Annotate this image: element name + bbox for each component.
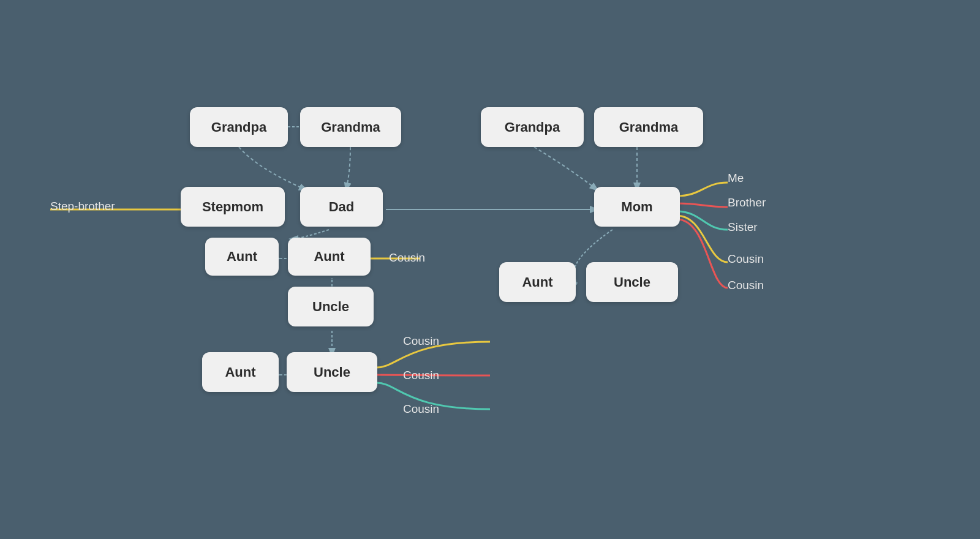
cousin2-uncle2-label: Cousin xyxy=(403,369,439,382)
dad-node: Dad xyxy=(300,187,383,227)
grandpa-left-node: Grandpa xyxy=(190,107,288,147)
uncle-right-node: Uncle xyxy=(586,262,678,302)
aunt1-node: Aunt xyxy=(205,238,279,276)
uncle1-node: Uncle xyxy=(288,287,374,326)
mom-node: Mom xyxy=(594,187,680,227)
grandma-left-node: Grandma xyxy=(300,107,401,147)
cousin-right2-label: Cousin xyxy=(728,279,764,292)
stepmom-node: Stepmom xyxy=(181,187,285,227)
brother-label: Brother xyxy=(728,196,766,209)
cousin1-uncle2-label: Cousin xyxy=(403,334,439,348)
grandpa-right-node: Grandpa xyxy=(481,107,584,147)
me-label: Me xyxy=(728,172,744,185)
sister-label: Sister xyxy=(728,221,758,234)
aunt-right-node: Aunt xyxy=(499,262,576,302)
uncle2-node: Uncle xyxy=(287,352,377,392)
grandma-right-node: Grandma xyxy=(594,107,703,147)
aunt3-node: Aunt xyxy=(202,352,279,392)
aunt2-node: Aunt xyxy=(288,238,371,276)
cousin-aunt2-label: Cousin xyxy=(389,251,425,265)
step-brother-label: Step-brother xyxy=(50,200,115,213)
cousin-right1-label: Cousin xyxy=(728,252,764,266)
cousin3-uncle2-label: Cousin xyxy=(403,402,439,416)
